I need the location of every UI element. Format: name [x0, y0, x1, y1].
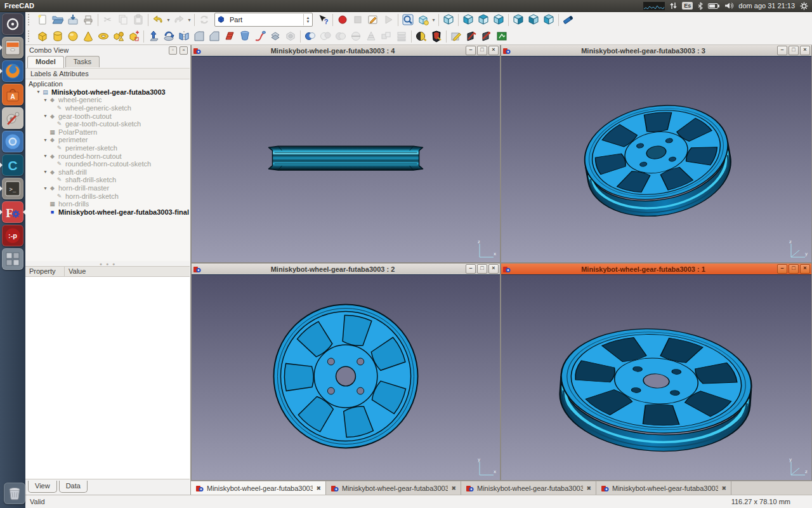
- tree-item-shaft-drill-sketch[interactable]: ✎shaft-drill-sketch: [25, 176, 190, 184]
- launcher-item-workspace-switcher[interactable]: [2, 248, 23, 270]
- tree-item-wheel-generic[interactable]: ▾◆wheel-generic: [25, 96, 190, 104]
- mdi-tab-1[interactable]: Miniskybot-wheel-gear-futaba3003 : 1✖: [191, 481, 326, 495]
- tree-item-horn-drill-master[interactable]: ▾◆horn-drill-master: [25, 184, 190, 192]
- tree-item-perimeter-sketch[interactable]: ✎perimeter-sketch: [25, 144, 190, 152]
- launcher-item-files[interactable]: [2, 37, 23, 58]
- create-primitives-button[interactable]: [111, 29, 126, 44]
- close-button[interactable]: ×: [488, 46, 499, 55]
- tab-close-icon[interactable]: ✖: [316, 485, 321, 491]
- toolbar-handle[interactable]: [28, 30, 33, 42]
- view-bottom-button[interactable]: [526, 12, 541, 27]
- primitive-torus-button[interactable]: [96, 29, 111, 44]
- tree-item-gear-tooth-cutout[interactable]: ▾◆gear-tooth-cutout: [25, 112, 190, 120]
- tab-close-icon[interactable]: ✖: [721, 485, 726, 491]
- tab-data[interactable]: Data: [59, 481, 88, 493]
- minimize-button[interactable]: –: [777, 46, 787, 55]
- view-axonometric-button[interactable]: [441, 12, 456, 27]
- clock[interactable]: dom ago 31 21:13: [738, 2, 795, 10]
- tab-model[interactable]: Model: [27, 56, 64, 68]
- minimize-button[interactable]: –: [777, 264, 787, 274]
- tree-item-application[interactable]: Application: [25, 80, 190, 88]
- view-right-button[interactable]: [491, 12, 506, 27]
- view-front-button[interactable]: [461, 12, 476, 27]
- mdi-tab-2[interactable]: Miniskybot-wheel-gear-futaba3003 : 2✖: [326, 481, 461, 495]
- tree-item-horn-drills[interactable]: ▦horn-drills: [25, 200, 190, 208]
- minimize-button[interactable]: –: [466, 264, 476, 274]
- tree-item-shaft-drill[interactable]: ▾◆shaft-drill: [25, 168, 190, 177]
- print-button[interactable]: [81, 12, 96, 27]
- launcher-item-terminal[interactable]: >_: [2, 178, 23, 199]
- mdi-tab-4[interactable]: Miniskybot-wheel-gear-futaba3003 : 4✖: [596, 481, 731, 495]
- launcher-item-openscad[interactable]: :-p: [2, 225, 23, 246]
- viewport-3d-isometric-view[interactable]: zy: [501, 56, 811, 262]
- bluetooth-icon[interactable]: [698, 2, 703, 10]
- maximize-button[interactable]: □: [477, 46, 487, 55]
- spinner-arrows-icon[interactable]: ▲▼: [303, 14, 312, 25]
- dropdown-arrow-icon[interactable]: ▾: [187, 17, 192, 23]
- launcher-item-freecad[interactable]: F: [2, 201, 23, 223]
- launcher-item-software-center[interactable]: A: [2, 84, 23, 105]
- tab-tasks[interactable]: Tasks: [65, 56, 100, 67]
- volume-icon[interactable]: [724, 2, 733, 10]
- launcher-item-system-settings[interactable]: [2, 107, 23, 129]
- close-button[interactable]: ×: [800, 46, 810, 55]
- maximize-button[interactable]: □: [789, 46, 799, 55]
- panel-close-icon[interactable]: ×: [180, 46, 188, 55]
- tree-item-miniskybot-wheel-gear-futaba3003[interactable]: ▾▤Miniskybot-wheel-gear-futaba3003: [25, 88, 190, 97]
- primitive-sphere-button[interactable]: [65, 29, 81, 44]
- viewport-3d-isometric-view[interactable]: yz: [501, 274, 811, 480]
- expand-arrow-icon[interactable]: ▾: [36, 89, 41, 95]
- mdi-tab-3[interactable]: Miniskybot-wheel-gear-futaba3003 : 3✖: [461, 481, 596, 495]
- box-selection-button[interactable]: [494, 29, 509, 44]
- tree-item-miniskybot-wheel-gear-futaba3003-final[interactable]: ■Miniskybot-wheel-gear-futaba3003-final: [25, 208, 190, 217]
- expand-arrow-icon[interactable]: ▾: [43, 97, 48, 103]
- launcher-item-chromium[interactable]: [2, 131, 23, 152]
- shape-from-mesh-button[interactable]: [414, 29, 429, 44]
- whats-this-button[interactable]: ?: [315, 12, 331, 27]
- session-menu-icon[interactable]: [800, 2, 808, 10]
- tree-item-wheel-generic-sketch[interactable]: ✎wheel-generic-sketch: [25, 104, 190, 112]
- mirror-button[interactable]: [176, 29, 192, 44]
- view-rear-button[interactable]: [511, 12, 526, 27]
- maximize-button[interactable]: □: [789, 264, 799, 274]
- defeaturing-button[interactable]: [479, 29, 494, 44]
- refine-shape-button[interactable]: [449, 29, 464, 44]
- convert-to-solid-button[interactable]: [429, 29, 444, 44]
- primitive-cone-button[interactable]: [81, 29, 96, 44]
- view-left-button[interactable]: [541, 12, 556, 27]
- maximize-button[interactable]: □: [477, 264, 487, 274]
- undo-button[interactable]: [150, 12, 166, 27]
- panel-splitter[interactable]: ● ● ●: [25, 261, 190, 266]
- window-titlebar[interactable]: Miniskybot-wheel-gear-futaba3003 : 2 – □…: [192, 264, 500, 274]
- expand-arrow-icon[interactable]: ▾: [43, 169, 48, 175]
- fillet-button[interactable]: [192, 29, 207, 44]
- close-button[interactable]: ×: [800, 264, 810, 274]
- dropdown-arrow-icon[interactable]: ▾: [431, 17, 436, 23]
- minimize-button[interactable]: –: [466, 46, 476, 55]
- system-load-graph[interactable]: [643, 2, 665, 10]
- panel-float-icon[interactable]: ▫: [169, 46, 177, 55]
- launcher-item-trash[interactable]: [4, 483, 25, 504]
- new-file-button[interactable]: [35, 12, 50, 27]
- chamfer-button[interactable]: [207, 29, 222, 44]
- primitive-box-button[interactable]: [35, 29, 50, 44]
- open-file-button[interactable]: [50, 12, 65, 27]
- network-arrows-icon[interactable]: [670, 2, 677, 10]
- window-titlebar[interactable]: Miniskybot-wheel-gear-futaba3003 : 3 – □…: [501, 45, 811, 56]
- toolbar-handle[interactable]: [28, 14, 33, 25]
- tree-item-rounded-horn-cutout[interactable]: ▾◆rounded-horn-cutout: [25, 152, 190, 160]
- launcher-item-c-ide[interactable]: C: [2, 154, 23, 176]
- window-titlebar[interactable]: Miniskybot-wheel-gear-futaba3003 : 1 – □…: [501, 264, 811, 274]
- tree-item-gear-tooth-cutout-sketch[interactable]: ✎gear-tooth-cutout-sketch: [25, 120, 190, 128]
- window-titlebar[interactable]: Miniskybot-wheel-gear-futaba3003 : 4 – □…: [192, 45, 500, 56]
- sweep-button[interactable]: [252, 29, 268, 44]
- tree-item-rounded-horn-cutout-sketch[interactable]: ✎rounded-horn-cutout-sketch: [25, 160, 190, 168]
- expand-arrow-icon[interactable]: ▾: [43, 153, 48, 159]
- tree-item-perimeter[interactable]: ▾◆perimeter: [25, 136, 190, 144]
- viewport-3d-side-view[interactable]: zx: [192, 56, 500, 262]
- view-top-button[interactable]: [476, 12, 491, 27]
- tab-close-icon[interactable]: ✖: [451, 485, 456, 491]
- keyboard-indicator[interactable]: Es: [682, 2, 693, 10]
- tab-close-icon[interactable]: ✖: [586, 485, 591, 491]
- expand-arrow-icon[interactable]: ▾: [43, 185, 48, 191]
